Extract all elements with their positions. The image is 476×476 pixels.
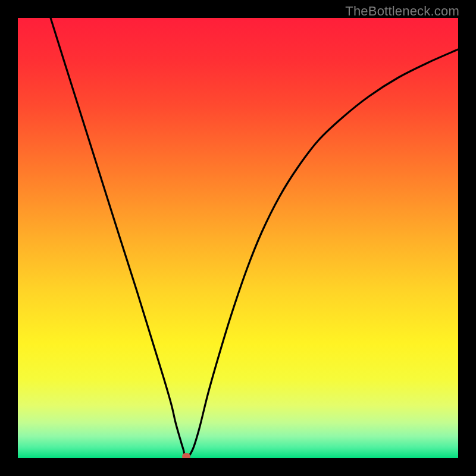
minimum-marker [182, 453, 190, 458]
bottleneck-curve [51, 18, 458, 458]
watermark-text: TheBottleneck.com [345, 4, 459, 19]
curve-layer [18, 18, 458, 458]
plot-frame [18, 18, 458, 458]
